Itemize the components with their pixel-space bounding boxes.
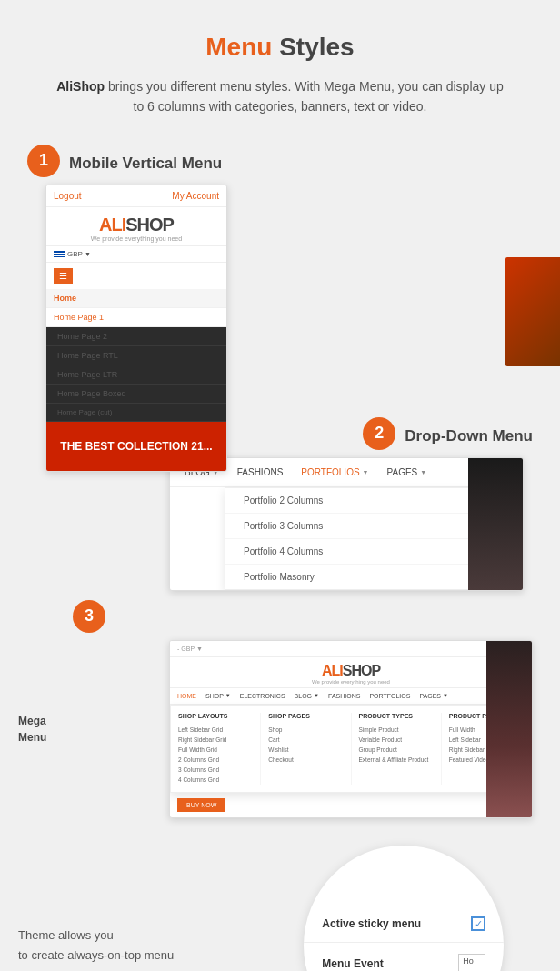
- section1-label: Mobile Vertical Menu: [69, 149, 222, 173]
- sticky-circle-screenshot: Active sticky menu ✓ Menu Event Ho: [304, 846, 504, 971]
- mm-myaccount: My Account: [172, 191, 219, 201]
- badge-1: 1: [27, 145, 60, 177]
- mm-header: Logout My Account: [46, 185, 226, 207]
- sticky-checkbox[interactable]: ✓: [471, 916, 485, 931]
- mega-col-3-item-1: Variable Product: [359, 735, 434, 745]
- checkmark-icon: ✓: [475, 918, 483, 930]
- dd-nav-fashions: FASHIONS: [237, 467, 284, 477]
- mega-screenshot: - GBP ▼ ALISHOP We provide everything yo…: [169, 640, 533, 818]
- mega-label-line2: Menu: [18, 729, 46, 746]
- mega-col-1-item-3: 2 Columns Grid: [178, 755, 253, 765]
- mega-col-2-item-3: Checkout: [268, 755, 343, 765]
- mm-currency: GBP: [67, 250, 83, 258]
- section-mega-menu: 3 Mega Menu Mega Menu - GBP ▼ ALISHOP We…: [18, 600, 542, 818]
- subtitle-text: brings you different menu styles. With M…: [105, 79, 504, 114]
- buy-now-button[interactable]: BUY NOW: [177, 798, 225, 812]
- menu-event-label: Menu Event: [322, 957, 449, 970]
- mm-lang-bar: GBP ▼: [46, 246, 226, 263]
- mega-col-2-title: SHOP PAGES: [268, 713, 343, 719]
- mm-logo-bar: ALISHOP We provide everything you need: [46, 207, 226, 246]
- title-rest-text: Styles: [279, 33, 355, 61]
- mega-logo-bar: ALISHOP We provide everything you need: [170, 657, 532, 687]
- mega-ali: ALI: [322, 663, 343, 678]
- sticky-row-2: Menu Event Ho: [304, 943, 504, 971]
- mega-col-1-item-5: 4 Columns Grid: [178, 775, 253, 785]
- mega-nav-home: HOME: [177, 693, 196, 699]
- menu-event-input[interactable]: Ho: [458, 954, 485, 971]
- mm-logo: ALISHOP: [50, 215, 223, 235]
- mega-col-1-item-2: Full Width Grid: [178, 745, 253, 755]
- page-title: Menu Styles: [0, 0, 560, 76]
- brand-name: AliShop: [56, 79, 105, 94]
- mm-nav-home: Home: [46, 289, 226, 308]
- mega-col-1-item-1: Right Sidebar Grid: [178, 735, 253, 745]
- mega-nav-shop: SHOP▼: [205, 693, 231, 699]
- mm-logo-shop: SHOP: [125, 215, 174, 235]
- badge-3: 3: [73, 600, 105, 633]
- mega-nav-pages: PAGES▼: [419, 693, 448, 699]
- mega-col-2-item-1: Cart: [268, 735, 343, 745]
- dd-right-image: [468, 458, 523, 590]
- sticky-label: Active sticky menu: [322, 917, 462, 930]
- mega-col-3-item-2: Group Product: [359, 745, 434, 755]
- mega-dropdown: SHOP LAYOUTS Left Sidebar Grid Right Sid…: [170, 705, 532, 793]
- hamburger-button[interactable]: ☰: [54, 268, 73, 284]
- mega-col-3-item-3: External & Affiliate Product: [359, 755, 434, 765]
- dropdown-screenshot: BLOG ▼ FASHIONS PORTFOLIOS ▼ PAGES ▼: [169, 457, 524, 591]
- mega-header-bar: - GBP ▼: [170, 641, 532, 657]
- flag-icon: [54, 250, 65, 257]
- mega-col-1: SHOP LAYOUTS Left Sidebar Grid Right Sid…: [171, 713, 261, 785]
- mm-sub-3: Home Page Boxed: [46, 385, 226, 404]
- mega-nav: HOME SHOP▼ ELECTRONICS BLOG▼ FASHIONS: [170, 687, 532, 705]
- mm-logout: Logout: [54, 191, 82, 201]
- mm-overlay-image: [505, 257, 560, 366]
- mega-header-left: - GBP ▼: [177, 646, 203, 652]
- mega-col-3-title: PRODUCT TYPES: [359, 713, 434, 719]
- section4-text: Theme allows you to create always-on-top…: [18, 926, 248, 966]
- mm-sub-1: Home Page RTL: [46, 346, 226, 365]
- mega-col-3-item-0: Simple Product: [359, 725, 434, 735]
- dd-nav-pages: PAGES ▼: [387, 467, 427, 477]
- mega-shop: SHOP: [343, 663, 380, 678]
- mm-sub-2: Home Page LTR: [46, 365, 226, 385]
- menu-event-value: Ho: [463, 956, 474, 966]
- mega-col-1-title: SHOP LAYOUTS: [178, 713, 253, 719]
- title-highlight: Menu: [205, 33, 272, 61]
- mega-col-2-item-2: Wishlist: [268, 745, 343, 755]
- mega-col-3: PRODUCT TYPES Simple Product Variable Pr…: [352, 713, 442, 785]
- sticky-text-line2: to create always-on-top menu: [18, 946, 248, 966]
- page-subtitle: AliShop brings you different menu styles…: [0, 76, 560, 145]
- mega-logo: ALISHOP: [174, 663, 528, 679]
- mm-sub-4: Home Page (cut): [46, 404, 226, 422]
- mm-banner-text: THE BEST COLLECTION 21...: [54, 440, 219, 453]
- mega-nav-portfolios: PORTFOLIOS: [369, 693, 410, 699]
- dd-nav-portfolios: PORTFOLIOS ▼: [301, 467, 368, 477]
- mega-col-2-item-0: Shop: [268, 725, 343, 735]
- mega-label-line1: Mega: [18, 713, 46, 729]
- sticky-text-line1: Theme allows you: [18, 926, 248, 946]
- badge-2: 2: [363, 417, 395, 450]
- section-sticky-menu: Theme allows you to create always-on-top…: [18, 836, 542, 971]
- mega-right-image: [486, 641, 532, 817]
- mega-nav-electronics: ELECTRONICS: [240, 693, 285, 699]
- mm-sub-0: Home Page 2: [46, 327, 226, 346]
- mm-tagline: We provide everything you need: [50, 235, 223, 242]
- sticky-screenshot-wrapper: Active sticky menu ✓ Menu Event Ho: [266, 846, 542, 971]
- mm-banner: THE BEST COLLECTION 21...: [46, 422, 226, 471]
- mega-tagline: We provide everything you need: [174, 679, 528, 685]
- mobile-menu-screenshot: Logout My Account ALISHOP We provide eve…: [45, 185, 227, 472]
- mm-logo-ali: ALI: [99, 215, 125, 235]
- mega-col-1-item-0: Left Sidebar Grid: [178, 725, 253, 735]
- mega-col-1-item-4: 3 Columns Grid: [178, 765, 253, 775]
- mega-nav-blog: BLOG▼: [295, 693, 319, 699]
- mega-nav-fashions: FASHIONS: [328, 693, 360, 699]
- mega-col-2: SHOP PAGES Shop Cart Wishlist Checkout: [261, 713, 351, 785]
- section2-label: Drop-Down Menu: [405, 422, 533, 445]
- sticky-row-1: Active sticky menu ✓: [304, 906, 504, 943]
- mm-nav-home1: Home Page 1: [46, 308, 226, 327]
